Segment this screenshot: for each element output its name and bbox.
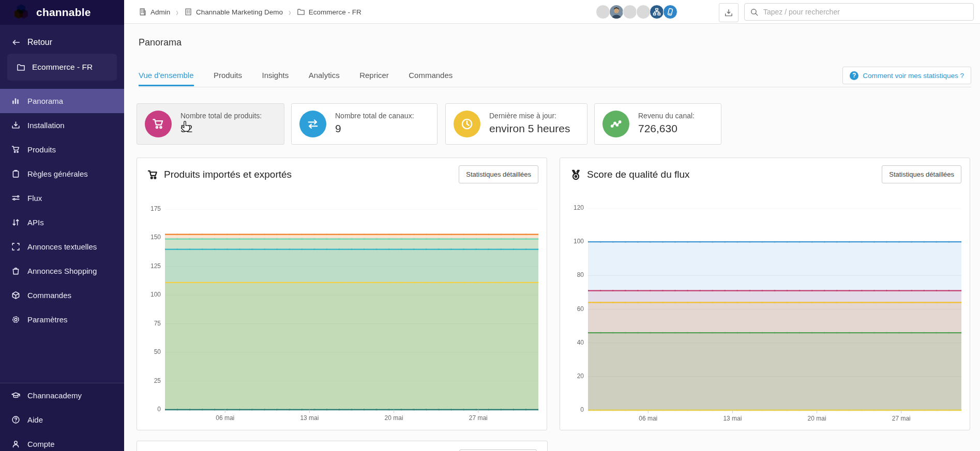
sidebar-item-label: Paramètres — [27, 315, 68, 324]
cart-icon — [11, 145, 20, 154]
sidebar-menu: Panorama Installation Produits Règles gé… — [0, 89, 124, 332]
help-button-label: Comment voir mes statistiques ? — [863, 72, 964, 80]
company-icon — [184, 8, 192, 16]
detailed-statistics-button[interactable]: Statistiques détaillées — [459, 165, 538, 183]
y-axis-tick-label: 120 — [561, 204, 584, 211]
stat-label: Revenu du canal: — [638, 112, 695, 120]
breadcrumb-label: Channable Marketing Demo — [196, 8, 283, 16]
stat-value: 9 — [335, 122, 341, 135]
search-box — [744, 3, 974, 21]
avatar-placeholder[interactable] — [636, 5, 651, 19]
sidebar-item-annonces-shopping[interactable]: Annonces Shopping — [0, 259, 124, 283]
y-axis-tick-label: 150 — [138, 234, 161, 241]
tab-commandes[interactable]: Commandes — [409, 71, 453, 86]
sidebar-bottom-section: Channacademy Aide Compte — [0, 383, 124, 451]
y-axis-tick-label: 25 — [138, 377, 161, 384]
x-axis-tick-label: 13 mai — [714, 415, 750, 422]
avatar-placeholder[interactable] — [596, 5, 610, 19]
y-axis-tick-label: 0 — [138, 406, 161, 413]
y-axis-tick-label: 50 — [138, 348, 161, 355]
chart-card-feed-quality-score: Score de qualité du flux Statistiques dé… — [560, 158, 970, 430]
shopping-bag-icon — [11, 267, 20, 275]
sidebar-item-annonces-textuelles[interactable]: Annonces textuelles — [0, 235, 124, 259]
chart-title: Produits importés et exportés — [147, 169, 292, 180]
help-circle-icon — [11, 415, 20, 424]
tab-repricer[interactable]: Repricer — [359, 71, 389, 86]
sidebar-item-produits[interactable]: Produits — [0, 137, 124, 162]
stat-card-last-update[interactable]: Dernière mise à jour: environ 5 heures — [445, 103, 587, 145]
y-axis-tick-label: 40 — [561, 339, 584, 346]
sliders-icon — [11, 194, 20, 203]
partial-chart-card — [137, 441, 548, 451]
building-icon — [139, 8, 147, 16]
sidebar-item-label: Panorama — [27, 97, 63, 105]
sidebar-item-label: Compte — [27, 440, 55, 448]
download-icon — [724, 8, 733, 18]
detailed-statistics-button[interactable]: Statistiques détaillées — [882, 165, 961, 183]
x-axis-tick-label: 13 mai — [291, 414, 327, 422]
sidebar-item-label: APIs — [27, 218, 44, 227]
sidebar-item-aide[interactable]: Aide — [0, 408, 124, 432]
bar-chart-icon — [11, 97, 20, 105]
sidebar-item-label: Annonces Shopping — [27, 267, 97, 275]
breadcrumb-admin[interactable]: Admin — [139, 8, 170, 16]
download-button[interactable] — [719, 3, 738, 22]
sidebar-item-panorama[interactable]: Panorama — [0, 89, 124, 113]
trend-up-icon — [609, 117, 623, 131]
tab-insights[interactable]: Insights — [262, 71, 289, 86]
tab-produits[interactable]: Produits — [214, 71, 242, 86]
swap-arrows-icon-circle — [299, 111, 326, 137]
search-icon — [750, 8, 759, 17]
arrows-up-down-icon — [11, 218, 20, 227]
y-axis-tick-label: 75 — [138, 320, 161, 327]
gear-icon — [11, 315, 20, 324]
arrow-left-icon — [11, 38, 21, 47]
stat-card-total-products[interactable]: Nombre total de produits: 52 — [137, 103, 284, 145]
tab-analytics[interactable]: Analytics — [309, 71, 340, 86]
avatar-group — [597, 5, 677, 19]
sidebar-item-apis[interactable]: APIs — [0, 210, 124, 235]
avatar-device[interactable] — [663, 5, 677, 19]
channable-logo[interactable]: channable — [0, 0, 124, 25]
back-button[interactable]: Retour — [0, 34, 124, 51]
cart-icon-circle — [145, 111, 172, 137]
avatar-sitemap[interactable] — [650, 5, 664, 19]
avatar-photo[interactable] — [609, 5, 624, 19]
avatar-photo-image — [610, 5, 623, 19]
stat-value: 726,630 — [638, 122, 677, 135]
stat-label: Nombre total de produits: — [180, 112, 262, 120]
sidebar-item-label: Annonces textuelles — [27, 242, 97, 251]
x-axis-tick-label: 27 mai — [460, 414, 496, 422]
sidebar-item-installation[interactable]: Installation — [0, 113, 124, 137]
sidebar-item-commandes[interactable]: Commandes — [0, 283, 124, 307]
sidebar-item-parametres[interactable]: Paramètres — [0, 307, 124, 332]
chart-title: Score de qualité du flux — [570, 169, 690, 180]
sidebar-item-flux[interactable]: Flux — [0, 186, 124, 210]
sidebar-item-channacademy[interactable]: Channacademy — [0, 383, 124, 408]
sidebar-item-label: Produits — [27, 145, 56, 154]
breadcrumb: Admin › Channable Marketing Demo › Ecomm… — [139, 0, 361, 24]
sidebar-item-compte[interactable]: Compte — [0, 432, 124, 451]
help-statistics-button[interactable]: ? Comment voir mes statistiques ? — [842, 67, 971, 84]
search-input[interactable] — [744, 3, 974, 21]
breadcrumb-separator: › — [289, 6, 291, 18]
breadcrumb-project[interactable]: Ecommerce - FR — [297, 8, 361, 16]
logo-text: channable — [36, 6, 91, 19]
main-content: Panorama Vue d'ensemble Produits Insight… — [124, 24, 980, 451]
sidebar-item-regles-generales[interactable]: Règles générales — [0, 162, 124, 186]
clock-icon-circle — [454, 111, 480, 137]
stat-card-channel-revenue[interactable]: Revenu du canal: 726,630 — [594, 103, 721, 145]
x-axis-tick-label: 27 mai — [883, 415, 919, 422]
breadcrumb-company[interactable]: Channable Marketing Demo — [184, 8, 283, 16]
sidebar-project-ecommerce-fr[interactable]: Ecommerce - FR — [7, 54, 117, 81]
channable-logo-icon — [12, 4, 30, 21]
y-axis-tick-label: 100 — [561, 238, 584, 245]
tab-vue-densemble[interactable]: Vue d'ensemble — [139, 71, 194, 86]
chart-title-label: Score de qualité du flux — [587, 169, 690, 180]
products-chart-plot — [165, 209, 538, 416]
stat-card-total-channels[interactable]: Nombre total de canaux: 9 — [291, 103, 438, 145]
y-axis-tick-label: 175 — [138, 205, 161, 212]
stat-value: environ 5 heures — [489, 122, 570, 135]
avatar-placeholder[interactable] — [623, 5, 637, 19]
y-axis-tick-label: 0 — [561, 406, 584, 413]
